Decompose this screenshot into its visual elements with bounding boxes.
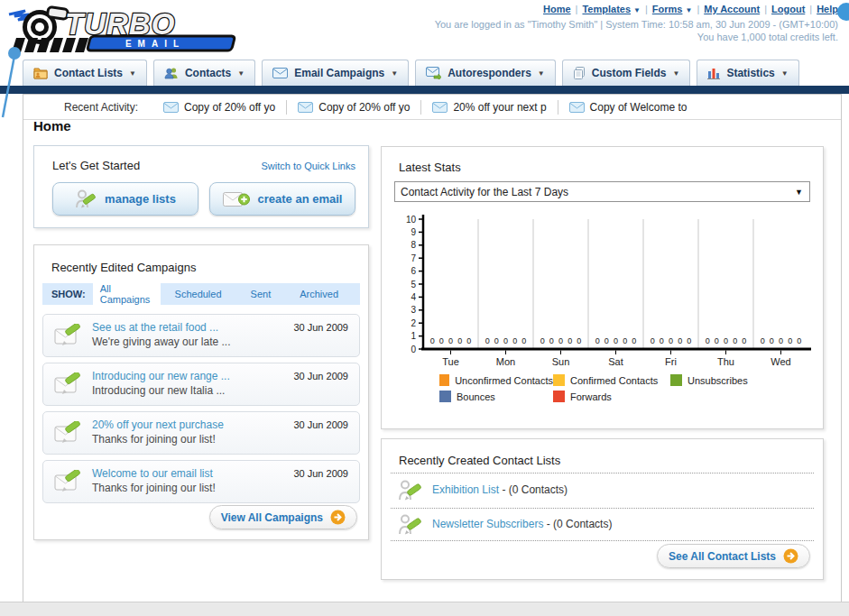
svg-text:Wed: Wed — [771, 356, 790, 367]
activity-item-label: Copy of Welcome to — [590, 101, 688, 114]
tab-statistics[interactable]: Statistics▼ — [697, 60, 798, 86]
header-link-help[interactable]: Help — [817, 4, 838, 14]
balloon-string-icon — [0, 43, 25, 121]
campaign-subtitle: Thanks for joining our list! — [92, 482, 216, 494]
turbo-email-logo: EMAIL TURBO — [5, 2, 254, 54]
campaign-filter-bar: SHOW: All Campaigns Scheduled Sent Archi… — [42, 283, 360, 305]
envelope-icon — [272, 68, 288, 78]
tab-contact-lists[interactable]: Contact Lists▼ — [23, 60, 147, 86]
campaign-subtitle: Introducing our new Italia ... — [92, 384, 225, 397]
tab-autoresponders[interactable]: Autoresponders▼ — [415, 60, 556, 86]
svg-text:5: 5 — [411, 280, 416, 290]
tab-label: Contacts — [185, 67, 231, 79]
campaign-envelope-pencil-icon — [54, 470, 83, 493]
filter-scheduled[interactable]: Scheduled — [168, 286, 229, 302]
svg-text:0: 0 — [494, 336, 499, 345]
create-email-button[interactable]: create an email — [209, 182, 355, 216]
svg-text:9: 9 — [411, 227, 416, 237]
legend-item: Unsubscribes — [670, 374, 748, 386]
recent-activity-label: Recent Activity: — [64, 101, 138, 114]
switch-quick-links-link[interactable]: Switch to Quick Links — [261, 161, 355, 171]
filter-archived[interactable]: Archived — [292, 286, 346, 302]
svg-text:0: 0 — [558, 336, 563, 345]
contact-list-link[interactable]: Exhibition List — [432, 483, 499, 496]
get-started-panel: Let's Get Started Switch to Quick Links … — [33, 145, 369, 228]
tab-email-campaigns[interactable]: Email Campaigns▼ — [262, 60, 409, 86]
legend-item: Bounces — [439, 391, 553, 402]
link-separator: | — [645, 4, 648, 14]
svg-text:0: 0 — [706, 336, 710, 345]
recent-activity-item[interactable]: Copy of Welcome to — [558, 100, 698, 115]
contact-list-detail: - (0 Contacts) — [502, 483, 568, 496]
campaign-row[interactable]: Introducing our new range ... Introducin… — [42, 363, 360, 406]
contact-list-link[interactable]: Newsletter Subscribers — [432, 518, 543, 530]
campaign-row[interactable]: See us at the retail food ... We're givi… — [42, 314, 360, 357]
dotted-separator — [391, 473, 814, 473]
main-navigation: Contact Lists▼ Contacts▼ Email Campaigns… — [23, 60, 799, 86]
filter-sent[interactable]: Sent — [244, 286, 279, 302]
manage-lists-button[interactable]: manage lists — [52, 182, 198, 216]
contact-list-detail: - (0 Contacts) — [547, 518, 613, 530]
campaign-subtitle: Thanks for joining our list! — [92, 433, 216, 446]
svg-text:0: 0 — [485, 336, 490, 345]
header-link-home[interactable]: Home — [543, 4, 571, 14]
legend-swatch — [553, 391, 565, 402]
view-all-campaigns-label: View All Campaigns — [221, 511, 323, 524]
campaign-row[interactable]: Welcome to our email list Thanks for joi… — [42, 460, 360, 503]
svg-text:0: 0 — [439, 336, 444, 345]
svg-text:0: 0 — [651, 336, 655, 345]
campaign-title-link[interactable]: See us at the retail food ... — [92, 321, 218, 334]
svg-text:0: 0 — [595, 336, 600, 345]
envelope-plus-icon — [223, 190, 250, 208]
svg-text:0: 0 — [411, 345, 416, 354]
arrow-right-icon — [783, 548, 798, 564]
recent-activity-item[interactable]: 20% off your next p — [420, 100, 557, 115]
header-link-my-account[interactable]: My Account — [704, 4, 760, 14]
latest-stats-title: Latest Stats — [399, 161, 461, 174]
svg-text:0: 0 — [678, 336, 682, 345]
header-link-logout[interactable]: Logout — [771, 4, 805, 14]
recent-activity-item[interactable]: Copy of 20% off yo — [286, 100, 420, 115]
person-pencil-icon — [398, 479, 423, 502]
svg-text:0: 0 — [788, 336, 792, 345]
envelope-icon — [432, 102, 448, 113]
campaign-title-link[interactable]: 20% off your next purchase — [92, 418, 224, 431]
recent-activity-item[interactable]: Copy of 20% off yo — [152, 100, 286, 115]
chevron-down-icon: ▼ — [391, 69, 398, 78]
svg-text:0: 0 — [568, 336, 572, 345]
latest-stats-panel: Latest Stats Contact Activity for the La… — [381, 146, 824, 429]
tab-contacts[interactable]: Contacts▼ — [153, 60, 255, 86]
campaign-row[interactable]: 20% off your next purchase Thanks for jo… — [42, 411, 360, 455]
link-separator: | — [576, 4, 578, 14]
manage-lists-label: manage lists — [105, 192, 176, 206]
legend-swatch — [553, 374, 565, 386]
campaign-title-link[interactable]: Introducing our new range ... — [92, 370, 230, 382]
contact-list-row[interactable]: Exhibition List - (0 Contacts) — [394, 475, 814, 506]
legend-item: Forwards — [553, 391, 670, 402]
header-link-templates[interactable]: Templates — [582, 4, 631, 14]
svg-text:0: 0 — [742, 336, 746, 345]
header-link-forms[interactable]: Forms — [652, 4, 683, 14]
dotted-separator — [391, 508, 814, 509]
legend-label: Confirmed Contacts — [570, 375, 658, 386]
svg-text:4: 4 — [411, 292, 416, 302]
campaign-title-link[interactable]: Welcome to our email list — [92, 467, 213, 480]
page-title: Home — [33, 118, 71, 133]
svg-text:Mon: Mon — [496, 356, 515, 367]
view-all-campaigns-button[interactable]: View All Campaigns — [209, 505, 357, 529]
legend-item: Unconfirmed Contacts — [439, 374, 553, 386]
get-started-title: Let's Get Started — [52, 159, 140, 172]
chevron-down-icon: ▼ — [538, 69, 545, 78]
stats-report-select[interactable]: Contact Activity for the Last 7 Days ▼ — [394, 181, 810, 202]
filter-all-campaigns[interactable]: All Campaigns — [93, 280, 161, 308]
contact-list-row[interactable]: Newsletter Subscribers - (0 Contacts) — [394, 510, 814, 540]
folder-contacts-icon — [33, 67, 48, 79]
svg-text:0: 0 — [466, 336, 471, 345]
tab-custom-fields[interactable]: Custom Fields▼ — [562, 60, 691, 86]
svg-text:0: 0 — [761, 336, 765, 345]
see-all-contact-lists-button[interactable]: See All Contact Lists — [657, 544, 810, 568]
svg-text:0: 0 — [779, 336, 783, 345]
arrow-right-icon — [330, 510, 346, 525]
chevron-down-icon: ▼ — [633, 6, 641, 14]
main-content: Recent Activity: Copy of 20% off yo Copy… — [23, 94, 842, 602]
